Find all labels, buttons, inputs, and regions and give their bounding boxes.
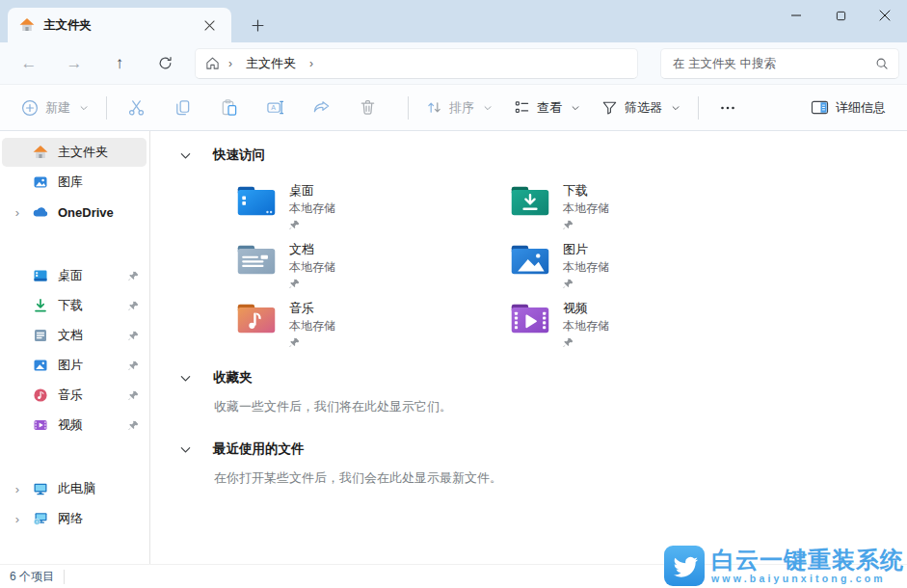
close-icon xyxy=(204,20,215,31)
sidebar-item-gallery[interactable]: 图库 xyxy=(2,168,147,197)
copy-button[interactable] xyxy=(165,93,200,123)
details-pane-button[interactable]: 详细信息 xyxy=(805,92,892,124)
delete-button[interactable] xyxy=(350,93,385,123)
tab-home-folder[interactable]: 主文件夹 xyxy=(8,8,231,42)
maximize-button[interactable] xyxy=(818,0,863,31)
sidebar-item-music[interactable]: 音乐 xyxy=(2,381,147,410)
more-button[interactable] xyxy=(710,93,745,123)
chevron-down-icon[interactable] xyxy=(179,149,192,162)
tile-desktop[interactable]: 桌面 本地存储 xyxy=(235,181,509,238)
section-quick-access-header[interactable]: 快速访问 xyxy=(150,145,907,166)
up-button[interactable]: ↑ xyxy=(104,49,135,78)
chevron-down-icon xyxy=(79,103,89,113)
status-divider xyxy=(64,570,65,584)
documents-icon xyxy=(33,328,48,343)
section-recent-header[interactable]: 最近使用的文件 xyxy=(150,439,907,460)
pin-icon xyxy=(128,271,139,281)
watermark-title: 白云一键重装系统 xyxy=(711,548,904,573)
chevron-right-icon[interactable]: › xyxy=(225,57,236,70)
filter-button[interactable]: 筛选器 xyxy=(596,92,686,124)
home-outline-icon[interactable] xyxy=(205,56,221,71)
sidebar-item-videos[interactable]: 视频 xyxy=(2,411,147,440)
sidebar-item-this-pc[interactable]: › 此电脑 xyxy=(2,474,147,503)
watermark-url: www.baiyunxitong.com xyxy=(711,573,904,585)
section-title: 收藏夹 xyxy=(213,369,253,387)
sidebar: 主文件夹 图库 › OneDrive xyxy=(0,131,150,564)
filter-icon xyxy=(601,99,618,116)
music-icon xyxy=(33,388,48,403)
sort-button[interactable]: 排序 xyxy=(420,92,498,124)
tab-close-button[interactable] xyxy=(197,13,222,38)
paste-button[interactable] xyxy=(211,93,246,123)
sidebar-item-network[interactable]: › 网络 xyxy=(2,504,147,533)
home-icon xyxy=(33,145,48,160)
back-button[interactable]: ← xyxy=(13,49,44,78)
search-box[interactable] xyxy=(660,48,899,79)
pin-icon xyxy=(563,279,609,289)
pin-icon xyxy=(289,279,335,289)
search-input[interactable] xyxy=(673,57,875,70)
sidebar-item-home[interactable]: 主文件夹 xyxy=(2,138,147,167)
pin-icon xyxy=(128,390,139,401)
chevron-down-icon[interactable] xyxy=(179,372,192,385)
toolbar-divider xyxy=(698,96,699,120)
tile-downloads[interactable]: 下载 本地存储 xyxy=(509,181,783,238)
new-tab-button[interactable] xyxy=(245,13,270,38)
tile-videos[interactable]: 视频 本地存储 xyxy=(509,299,783,356)
chevron-right-icon[interactable]: › xyxy=(306,57,317,70)
new-button[interactable]: 新建 xyxy=(15,92,94,124)
sidebar-item-desktop[interactable]: 桌面 xyxy=(2,261,147,290)
tile-subtitle: 本地存储 xyxy=(563,259,609,276)
tile-music[interactable]: 音乐 本地存储 xyxy=(235,299,509,356)
desktop-folder-icon xyxy=(235,183,278,219)
section-title: 最近使用的文件 xyxy=(213,441,305,458)
breadcrumb-item[interactable]: 主文件夹 xyxy=(240,53,302,74)
favorites-empty-text: 收藏一些文件后，我们将在此处显示它们。 xyxy=(214,398,907,415)
tile-subtitle: 本地存储 xyxy=(289,259,335,276)
window-close-button[interactable] xyxy=(863,0,907,31)
sort-icon xyxy=(426,99,442,116)
more-icon xyxy=(720,100,735,116)
sidebar-item-onedrive[interactable]: › OneDrive xyxy=(2,198,147,227)
cut-button[interactable] xyxy=(119,93,153,123)
share-button[interactable] xyxy=(304,93,338,123)
minimize-button[interactable] xyxy=(774,0,818,31)
toolbar-divider xyxy=(106,96,107,120)
this-pc-icon xyxy=(33,481,48,496)
chevron-down-icon[interactable] xyxy=(179,443,192,456)
tile-documents[interactable]: 文档 本地存储 xyxy=(235,240,509,297)
chevron-right-icon[interactable]: › xyxy=(12,482,23,496)
sidebar-item-downloads[interactable]: 下载 xyxy=(2,291,147,320)
address-bar[interactable]: › 主文件夹 › xyxy=(195,48,638,79)
onedrive-icon xyxy=(33,204,48,220)
desktop-icon xyxy=(33,268,48,283)
tab-title: 主文件夹 xyxy=(43,17,188,34)
view-button[interactable]: 查看 xyxy=(508,92,586,124)
tile-subtitle: 本地存储 xyxy=(289,318,335,334)
refresh-button[interactable] xyxy=(149,49,180,78)
paste-icon xyxy=(220,98,238,117)
tile-subtitle: 本地存储 xyxy=(563,318,609,334)
rename-button[interactable]: A xyxy=(257,93,292,123)
pin-icon xyxy=(128,420,139,431)
music-folder-icon xyxy=(235,301,278,336)
pictures-icon xyxy=(33,358,48,373)
sidebar-item-documents[interactable]: 文档 xyxy=(2,321,147,350)
sidebar-item-pictures[interactable]: 图片 xyxy=(2,351,147,380)
watermark-logo xyxy=(664,546,705,586)
chevron-right-icon[interactable]: › xyxy=(12,205,23,220)
tile-pictures[interactable]: 图片 本地存储 xyxy=(509,240,783,297)
toolbar-divider xyxy=(408,96,409,120)
downloads-icon xyxy=(33,298,48,313)
chevron-down-icon xyxy=(483,103,493,113)
chevron-right-icon[interactable]: › xyxy=(12,512,23,526)
videos-folder-icon xyxy=(509,301,551,336)
section-favorites-header[interactable]: 收藏夹 xyxy=(150,367,907,388)
network-icon xyxy=(33,511,48,526)
trash-icon xyxy=(359,98,377,117)
pin-icon xyxy=(128,301,139,311)
tile-name: 下载 xyxy=(563,182,609,200)
forward-button[interactable]: → xyxy=(59,49,90,78)
command-toolbar: 新建 A 排序 查看 xyxy=(0,84,907,131)
tab-bar: 主文件夹 xyxy=(0,0,907,42)
